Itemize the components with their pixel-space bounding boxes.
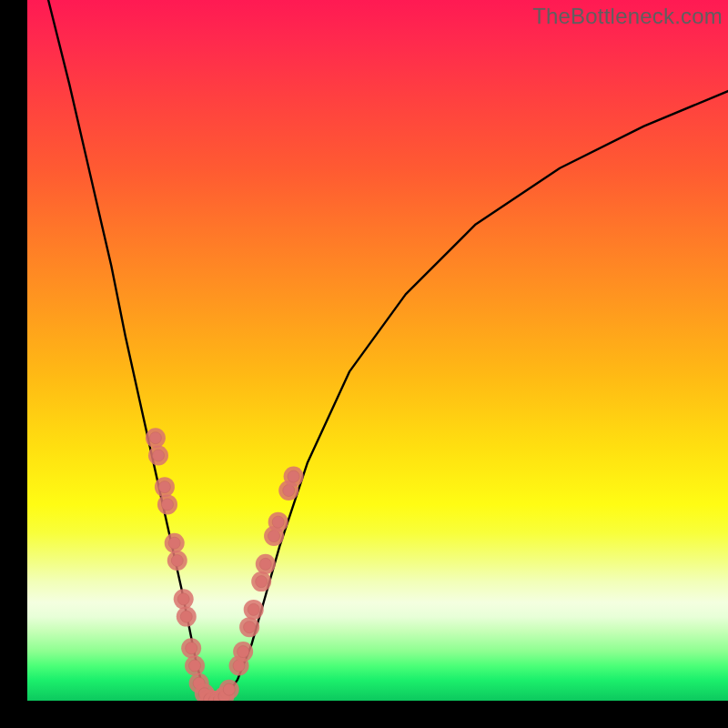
data-marker-core — [180, 611, 192, 622]
data-marker-core — [158, 481, 170, 493]
data-marker-core — [186, 642, 197, 654]
data-marker-core — [149, 432, 161, 444]
data-marker-core — [152, 450, 164, 461]
chart-frame: TheBottleneck.com — [0, 0, 728, 728]
data-marker-core — [171, 555, 183, 567]
data-marker-core — [189, 660, 201, 672]
watermark-text: TheBottleneck.com — [532, 4, 723, 29]
data-marker-core — [162, 499, 174, 511]
data-marker-core — [244, 622, 256, 633]
data-marker-core — [256, 576, 268, 588]
data-marker-core — [248, 603, 259, 615]
data-marker-core — [272, 516, 284, 528]
curve-layer — [48, 0, 728, 701]
data-marker-core — [259, 558, 271, 570]
data-marker-core — [223, 683, 235, 695]
plot-area — [27, 0, 728, 701]
data-marker-core — [168, 537, 180, 549]
marker-layer — [146, 428, 304, 701]
data-marker-core — [177, 593, 189, 605]
bottleneck-curve — [48, 0, 728, 701]
data-marker-core — [288, 470, 299, 482]
chart-svg — [27, 0, 728, 701]
data-marker-core — [238, 646, 249, 658]
